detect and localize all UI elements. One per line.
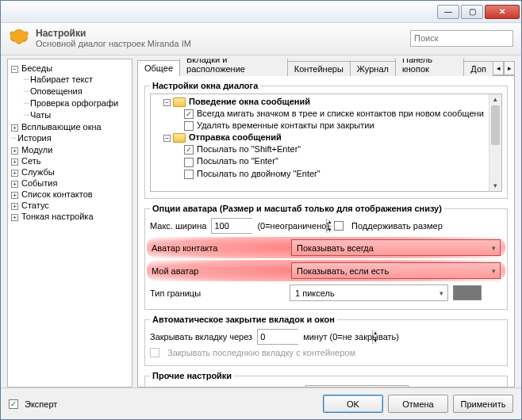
checkbox[interactable] — [184, 170, 194, 179]
expert-label: Эксперт — [25, 399, 57, 409]
apply-button[interactable]: Применить — [453, 395, 513, 413]
checkbox[interactable] — [184, 121, 194, 131]
tab-containers[interactable]: Контейнеры — [287, 61, 351, 76]
header-title: Настройки — [36, 28, 191, 39]
cancel-button[interactable]: Отмена — [388, 395, 448, 413]
tree-item[interactable]: Модули — [21, 145, 52, 155]
my-avatar-label: Мой аватар — [152, 266, 286, 276]
my-avatar-dropdown[interactable]: Показывать, если есть — [291, 262, 501, 279]
border-type-dropdown[interactable]: 1 пиксель — [290, 284, 448, 301]
tree-item[interactable]: Беседы — [21, 63, 52, 73]
group-legend: Настройки окна диалога — [150, 81, 260, 90]
border-color-swatch[interactable] — [453, 285, 482, 300]
close-last-label: Закрывать последнюю вкладку с контейнеро… — [167, 348, 355, 357]
tree-option[interactable]: Удалять временные контакты при закрытии — [197, 120, 374, 130]
max-width-stepper[interactable]: ▲▼ — [211, 218, 252, 234]
tree-item[interactable]: Список контактов — [21, 189, 93, 199]
tree-option[interactable]: Посылать по двойному "Enter" — [197, 169, 320, 178]
tree-group[interactable]: Отправка сообщений — [189, 132, 282, 142]
group-legend: Прочие настройки — [150, 371, 234, 380]
tab-content: Настройки окна диалога −Поведение окна с… — [137, 76, 515, 388]
close-after-stepper[interactable]: ▲▼ — [257, 329, 298, 345]
header-subtitle: Основной диалог настроек Miranda IM — [36, 39, 191, 48]
border-type-label: Тип границы — [150, 288, 285, 298]
tree-item[interactable]: Всплывающие окна — [21, 122, 102, 132]
other-settings: Прочие настройки Форматирование текста к… — [144, 371, 508, 388]
keep-size-label: Поддерживать размер — [351, 221, 443, 231]
group-legend: Опции аватара (Размер и масштаб только д… — [150, 204, 444, 213]
tree-option[interactable]: Посылать по "Enter" — [197, 156, 278, 166]
search-input[interactable] — [410, 30, 513, 47]
app-icon — [9, 28, 29, 48]
folder-icon — [173, 97, 186, 107]
tree-option[interactable]: Всегда мигать значком в трее и списке ко… — [197, 109, 484, 118]
dialog-window-settings: Настройки окна диалога −Поведение окна с… — [144, 81, 508, 199]
avatar-options: Опции аватара (Размер и масштаб только д… — [144, 204, 508, 310]
tree-item[interactable]: Статус — [21, 200, 49, 210]
tree-option[interactable]: Посылать по "Shift+Enter" — [197, 144, 301, 154]
titlebar: — ▢ ✕ — [1, 1, 521, 23]
tree-item[interactable]: Службы — [21, 167, 55, 177]
tab-scroll-right[interactable]: ▸ — [504, 61, 515, 75]
contact-avatar-dropdown[interactable]: Показывать всегда — [291, 239, 501, 256]
tree-item[interactable]: Чаты — [30, 110, 51, 120]
maximize-button[interactable]: ▢ — [461, 5, 483, 19]
minimize-button[interactable]: — — [437, 5, 459, 19]
tab-log[interactable]: Журнал — [350, 61, 396, 76]
footer: Эксперт OK Отмена Применить — [1, 388, 521, 419]
checkbox[interactable] — [184, 109, 194, 119]
hint-text: (0=неограничено) — [257, 221, 329, 231]
tab-scroll-left[interactable]: ◂ — [493, 61, 504, 75]
tree-item[interactable]: События — [21, 178, 57, 188]
folder-icon — [173, 133, 186, 143]
checkbox[interactable] — [184, 145, 194, 155]
tab-buttons[interactable]: Панель кнопок — [395, 59, 464, 76]
close-after-label: Закрывать вкладку через — [150, 332, 252, 342]
tab-extra[interactable]: Доп — [463, 61, 493, 76]
scrollbar[interactable] — [489, 94, 501, 191]
settings-tree[interactable]: −Поведение окна сообщений Всегда мигать … — [150, 94, 502, 192]
header: Настройки Основной диалог настроек Miran… — [1, 23, 521, 55]
expert-checkbox[interactable] — [9, 399, 18, 409]
autoclose-options: Автоматическое закрытие вкладок и окон З… — [144, 315, 508, 366]
tree-item[interactable]: Сеть — [21, 156, 40, 166]
tree-item[interactable]: История — [17, 133, 52, 143]
max-width-label: Макс. ширина — [150, 221, 206, 231]
keep-size-checkbox[interactable] — [334, 221, 344, 231]
tab-bar: Общее Вкладки и расположение Контейнеры … — [137, 59, 515, 76]
tab-layout[interactable]: Вкладки и расположение — [179, 59, 288, 76]
contact-avatar-label: Аватар контакта — [152, 243, 286, 253]
tree-item[interactable]: Тонкая настройка — [21, 212, 94, 221]
tree-item[interactable]: Набирает текст — [30, 74, 93, 84]
close-last-checkbox[interactable] — [150, 348, 159, 357]
tab-general[interactable]: Общее — [137, 60, 180, 76]
tree-item[interactable]: Проверка орфографи — [30, 98, 118, 108]
checkbox[interactable] — [184, 158, 194, 167]
category-tree[interactable]: −Беседы ┈Набирает текст ┈Оповещения ┈Про… — [7, 59, 132, 388]
minutes-label: минут (0=не закрывать) — [303, 332, 399, 342]
group-legend: Автоматическое закрытие вкладок и окон — [150, 315, 337, 324]
settings-window: — ▢ ✕ Настройки Основной диалог настроек… — [0, 0, 522, 420]
close-button[interactable]: ✕ — [485, 5, 520, 19]
ok-button[interactable]: OK — [323, 395, 383, 413]
tree-group[interactable]: Поведение окна сообщений — [189, 97, 310, 106]
tree-item[interactable]: Оповещения — [30, 86, 83, 96]
